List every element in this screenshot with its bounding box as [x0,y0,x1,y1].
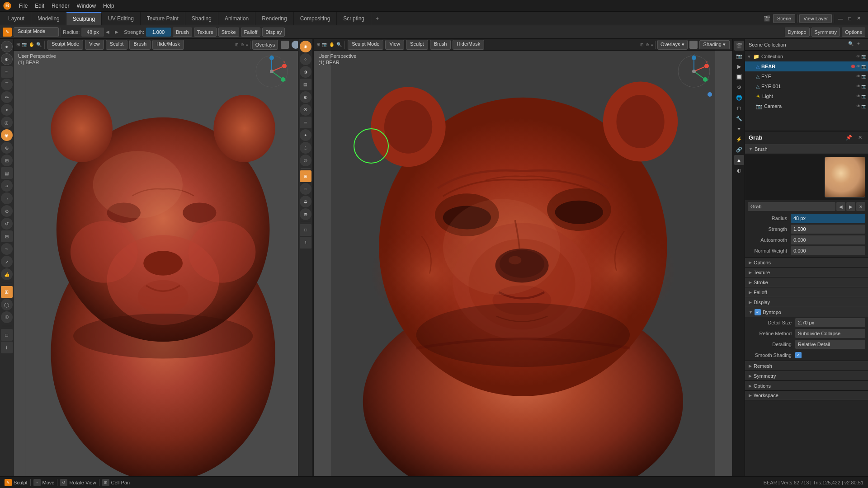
strength-prop-value[interactable]: 1.000 [791,225,865,234]
tab-modeling[interactable]: Modeling [31,12,66,25]
smooth-shading-checkbox[interactable]: ✓ [795,352,802,358]
brush-extra-btn[interactable]: ✕ [856,202,865,211]
collection-cam-icon[interactable]: 📷 [861,54,866,59]
brush-section-header[interactable]: ▼ Brush [745,144,868,154]
props-modifier-icon[interactable]: 🔧 [734,113,744,123]
left-vp-sculpt-btn[interactable]: Sculpt [106,40,128,50]
props-physics-icon[interactable]: ⚡ [734,134,744,144]
radius-arrow-right[interactable]: ▶ [115,28,122,36]
rside-icon8[interactable]: ◌ [300,142,311,154]
tool-multiscrape[interactable]: ⊿ [1,180,13,192]
rside-icon1[interactable]: ○ [300,53,311,65]
outliner-filter-icon[interactable]: 🔍 [848,41,855,48]
left-vp-overlays-btn[interactable]: Overlays [252,40,278,50]
right-vp-hidemask-btn[interactable]: Hide/Mask [453,40,484,50]
tab-compositing[interactable]: Compositing [294,12,337,25]
brush-next-btn[interactable]: ▶ [846,202,855,211]
falloff-section-header[interactable]: ▶ Falloff [745,287,868,297]
bear-render-icon[interactable]: 📷 [861,64,866,69]
bear-eye-icon[interactable]: 👁 [856,64,860,69]
tool-nudge[interactable]: → [1,192,13,204]
tool-sphere[interactable]: ⦾ [1,311,13,323]
rside-icon2[interactable]: ◑ [300,66,311,78]
close-icon[interactable]: ✕ [855,15,863,21]
detail-size-value[interactable]: 2.70 px [795,318,865,327]
stroke-section-header[interactable]: ▶ Stroke [745,277,868,287]
add-workspace-btn[interactable]: + [371,12,383,25]
tool-inflate[interactable]: ⊕ [1,142,13,154]
rside-transform[interactable]: ⊞ [300,170,311,182]
right-viewport-canvas[interactable] [314,39,732,476]
props-data-icon[interactable]: ▲ [734,155,744,165]
brush-preview-thumbnail[interactable] [825,157,865,197]
props-render-icon[interactable]: 📷 [734,51,744,61]
radius-arrow-left[interactable]: ◀ [106,28,113,36]
symmetry-section-header[interactable]: ▶ Symmetry [745,371,868,380]
tool-clay[interactable]: ◐ [1,53,13,65]
brush-properties-scroll[interactable]: Grab 📌 ✕ ▼ Brush [745,131,868,476]
radius-input[interactable] [81,28,104,37]
normal-weight-prop-value[interactable]: 0.000 [791,246,865,255]
tool-box-select[interactable]: □ [1,329,13,341]
tool-clay-strips[interactable]: ≡ [1,66,13,78]
tab-rendering[interactable]: Rendering [255,12,293,25]
scene-dropdown[interactable]: Scene [773,14,795,23]
tool-snake-hook[interactable]: ↗ [1,256,13,267]
stroke-dropdown[interactable]: Stroke [218,28,239,37]
radius-prop-value[interactable]: 48 px [791,214,865,223]
tab-texture-paint[interactable]: Texture Paint [141,12,185,25]
outliner-add-icon[interactable]: + [857,41,864,48]
tool-elastic[interactable]: ◎ [1,117,13,128]
tool-draw[interactable]: ✏ [1,91,13,103]
sculpt-mode-dropdown[interactable]: Sculpt Mode [14,27,59,37]
menu-help[interactable]: Help [99,0,118,12]
left-vp-view-btn[interactable]: View [85,40,104,50]
left-vp-brush-btn[interactable]: Brush [129,40,151,50]
props-view-layer-icon[interactable]: 🔲 [734,72,744,82]
props-output-icon[interactable]: ▶ [734,61,744,71]
props-world-icon[interactable]: 🌐 [734,93,744,103]
outliner-eye001[interactable]: △ EYE.001 👁 📷 [745,81,868,91]
eye001-eye-icon[interactable]: 👁 [856,84,860,89]
light-eye-icon[interactable]: 👁 [856,94,860,99]
rside-icon3[interactable]: ▤ [300,79,311,90]
tool-circle[interactable]: ◯ [1,299,13,310]
outliner-light[interactable]: ☀ Light 👁 📷 [745,91,868,101]
tool-lasso-select[interactable]: ⌇ [1,342,13,353]
eye001-cam-icon[interactable]: 📷 [861,84,866,89]
tab-scripting[interactable]: Scripting [337,12,371,25]
outliner-camera[interactable]: 📷 Camera 👁 📷 [745,101,868,111]
tool-scrape[interactable]: ⊟ [1,230,13,242]
camera-eye-icon[interactable]: 👁 [856,104,860,108]
outliner-bear[interactable]: △ BEAR 👁 📷 [745,61,868,71]
mode-icon[interactable]: ✎ [3,28,12,37]
menu-edit[interactable]: Edit [31,0,48,12]
tab-animation[interactable]: Animation [218,12,255,25]
left-vp-nav-gizmo[interactable]: X Y Z [254,53,290,91]
rside-lasso[interactable]: ⌇ [300,237,311,249]
falloff-dropdown[interactable]: Falloff [241,28,261,37]
texture-dropdown[interactable]: Texture [194,28,217,37]
remesh-section-header[interactable]: ▶ Remesh [745,361,868,371]
tool-smooth[interactable]: ~ [1,243,13,255]
light-cam-icon[interactable]: 📷 [861,94,866,99]
rside-icon9[interactable]: ◎ [300,155,311,166]
rside-icon6[interactable]: ═ [300,117,311,128]
left-vp-sculpt-mode[interactable]: Sculpt Mode [47,40,83,50]
tool-mask[interactable]: ▤ [1,167,13,179]
outliner-collection[interactable]: ▼ 📁 Collection 👁 📷 [745,52,868,61]
symmetry-btn[interactable]: Symmetry [811,28,840,37]
tool-draw-sharp[interactable]: ✦ [1,104,13,116]
tool-grab[interactable]: ◉ [1,129,13,141]
options-btn[interactable]: Options [842,28,865,37]
maximize-icon[interactable]: □ [846,16,853,21]
minimize-icon[interactable]: — [836,16,844,21]
rside-grab-active[interactable]: ◉ [300,41,311,52]
props-particles-icon[interactable]: ✦ [734,124,744,134]
right-vp-sculpt-btn[interactable]: Sculpt [406,40,428,50]
rside-icon12[interactable]: ◓ [300,208,311,220]
tool-crease[interactable]: ⌒ [1,79,13,90]
props-object-icon[interactable]: ◻ [734,103,744,113]
rside-icon5[interactable]: ⦿ [300,104,311,116]
tab-sculpting[interactable]: Sculpting [66,12,102,25]
